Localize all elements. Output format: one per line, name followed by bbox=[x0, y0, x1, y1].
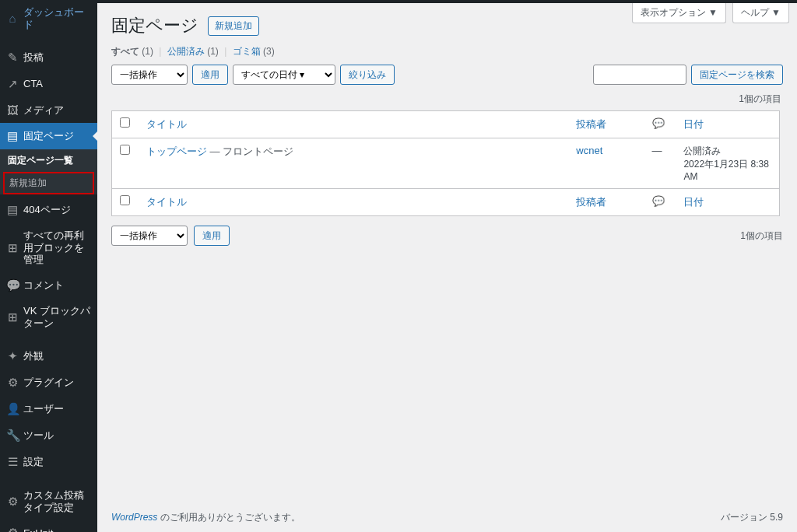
footer-thanks: のご利用ありがとうございます。 bbox=[157, 512, 300, 523]
sidebar-item-plugins[interactable]: ⚙プラグイン bbox=[0, 369, 97, 396]
gear-icon: ⚙ bbox=[6, 526, 19, 532]
filter-published[interactable]: 公開済み bbox=[167, 46, 205, 57]
col-author-header: 投稿者 bbox=[568, 111, 644, 138]
sidebar-item-appearance[interactable]: ✦外観 bbox=[0, 343, 97, 369]
sidebar-item-label: メディア bbox=[23, 104, 91, 117]
row-comments: — bbox=[644, 138, 676, 189]
bulk-apply-button[interactable]: 適用 bbox=[192, 65, 228, 85]
bulk-action-select[interactable]: 一括操作 bbox=[111, 65, 188, 85]
patterns-icon: ⊞ bbox=[6, 310, 19, 324]
sidebar-item-label: ExUnit bbox=[23, 527, 91, 532]
main-content: 表示オプション ▼ ヘルプ ▼ 固定ページ 新規追加 すべて (1) | 公開済… bbox=[97, 3, 797, 532]
user-icon: 👤 bbox=[6, 402, 19, 416]
search-input[interactable] bbox=[593, 65, 686, 85]
sidebar-item-cta[interactable]: ↗CTA bbox=[0, 71, 97, 97]
comments-icon: 💬 bbox=[652, 195, 665, 207]
sidebar-item-label: カスタム投稿タイプ設定 bbox=[23, 489, 91, 513]
sidebar-item-comments[interactable]: 💬コメント bbox=[0, 272, 97, 299]
help-button[interactable]: ヘルプ ▼ bbox=[732, 3, 789, 23]
row-title-link[interactable]: トップページ bbox=[146, 145, 207, 157]
sidebar-item-label: 投稿 bbox=[23, 51, 91, 64]
sidebar-item-cpt-settings[interactable]: ⚙カスタム投稿タイプ設定 bbox=[0, 483, 97, 520]
sidebar-item-label: 404ページ bbox=[23, 204, 91, 216]
add-new-button[interactable]: 新規追加 bbox=[208, 16, 259, 36]
row-checkbox[interactable] bbox=[120, 145, 130, 155]
gear-icon: ⚙ bbox=[6, 495, 19, 509]
row-date: 公開済み2022年1月23日 8:38 AM bbox=[676, 138, 779, 189]
sidebar-item-tools[interactable]: 🔧ツール bbox=[0, 422, 97, 449]
cta-icon: ↗ bbox=[6, 77, 19, 91]
bulk-action-select-bottom[interactable]: 一括操作 bbox=[111, 226, 188, 246]
select-all-top-checkbox[interactable] bbox=[120, 117, 130, 128]
admin-footer: WordPress のご利用ありがとうございます。 バージョン 5.9 bbox=[97, 503, 797, 532]
search-button[interactable]: 固定ページを検索 bbox=[691, 65, 783, 85]
sidebar-item-label: コメント bbox=[23, 279, 91, 292]
col-author-footer: 投稿者 bbox=[568, 189, 644, 216]
settings-icon: ☰ bbox=[6, 455, 19, 469]
display-options-button[interactable]: 表示オプション ▼ bbox=[632, 3, 726, 23]
filter-button[interactable]: 絞り込み bbox=[340, 65, 395, 85]
col-title-footer[interactable]: タイトル bbox=[146, 196, 187, 208]
sidebar-item-label: VK ブロックパターン bbox=[23, 305, 91, 329]
sidebar-item-exunit[interactable]: ⚙ExUnit bbox=[0, 520, 97, 532]
admin-sidebar: ⌂ダッシュボード ✎投稿 ↗CTA 🖼メディア ▤固定ページ 固定ページ一覧 新… bbox=[0, 0, 97, 532]
wordpress-link[interactable]: WordPress bbox=[111, 512, 157, 523]
date-filter-select[interactable]: すべての日付 ▾ bbox=[233, 65, 335, 85]
plugin-icon: ⚙ bbox=[6, 376, 19, 390]
sidebar-item-vk-patterns[interactable]: ⊞VK ブロックパターン bbox=[0, 299, 97, 335]
sidebar-item-label: すべての再利用ブロックを管理 bbox=[23, 229, 91, 266]
sidebar-item-users[interactable]: 👤ユーザー bbox=[0, 396, 97, 422]
sidebar-item-404[interactable]: ▤404ページ bbox=[0, 197, 97, 223]
filter-all-count: (1) bbox=[142, 46, 153, 57]
filter-trash[interactable]: ゴミ箱 bbox=[233, 46, 261, 57]
bulk-apply-button-bottom[interactable]: 適用 bbox=[194, 226, 230, 246]
sidebar-item-media[interactable]: 🖼メディア bbox=[0, 97, 97, 123]
screen-options-bar: 表示オプション ▼ ヘルプ ▼ bbox=[632, 3, 789, 23]
sidebar-item-label: ユーザー bbox=[23, 403, 91, 415]
media-icon: 🖼 bbox=[6, 103, 19, 117]
col-date-header[interactable]: 日付 bbox=[683, 118, 704, 130]
sidebar-item-label: ツール bbox=[23, 429, 91, 442]
blocks-icon: ⊞ bbox=[6, 241, 19, 255]
sidebar-subitem-page-list[interactable]: 固定ページ一覧 bbox=[0, 149, 97, 172]
sidebar-item-label: CTA bbox=[23, 78, 91, 90]
table-row: トップページ — フロントページ wcnet — 公開済み2022年1月23日 … bbox=[112, 138, 780, 189]
sidebar-item-label: プラグイン bbox=[23, 376, 91, 389]
filter-all[interactable]: すべて bbox=[111, 46, 139, 57]
col-date-footer[interactable]: 日付 bbox=[683, 196, 704, 208]
sidebar-subitem-add-new[interactable]: 新規追加 bbox=[3, 172, 94, 194]
tools-icon: 🔧 bbox=[6, 429, 19, 443]
comments-icon: 💬 bbox=[652, 117, 665, 129]
dashboard-icon: ⌂ bbox=[6, 12, 19, 25]
sidebar-item-pages[interactable]: ▤固定ページ bbox=[0, 123, 97, 149]
sidebar-item-label: 固定ページ bbox=[23, 130, 91, 142]
pin-icon: ✎ bbox=[6, 51, 19, 65]
sidebar-item-label: ダッシュボード bbox=[23, 6, 91, 30]
sidebar-item-dashboard[interactable]: ⌂ダッシュボード bbox=[0, 0, 97, 37]
sidebar-item-reusable-blocks[interactable]: ⊞すべての再利用ブロックを管理 bbox=[0, 223, 97, 272]
items-count-top: 1個の項目 bbox=[97, 91, 797, 110]
row-author-link[interactable]: wcnet bbox=[576, 145, 602, 156]
status-filters: すべて (1) | 公開済み (1) | ゴミ箱 (3) bbox=[97, 45, 797, 65]
sidebar-item-settings[interactable]: ☰設定 bbox=[0, 449, 97, 475]
row-title-suffix: — フロントページ bbox=[207, 145, 293, 157]
sidebar-item-label: 外観 bbox=[23, 350, 91, 362]
pages-table: タイトル 投稿者 💬 日付 トップページ — フロントページ wcnet — 公… bbox=[111, 110, 780, 216]
filter-published-count: (1) bbox=[207, 46, 219, 57]
items-count-bottom: 1個の項目 bbox=[740, 229, 783, 243]
sidebar-item-label: 設定 bbox=[23, 456, 91, 468]
comment-icon: 💬 bbox=[6, 278, 19, 292]
appearance-icon: ✦ bbox=[6, 349, 19, 363]
sidebar-item-posts[interactable]: ✎投稿 bbox=[0, 44, 97, 71]
col-title-header[interactable]: タイトル bbox=[146, 118, 187, 130]
sidebar-submenu: 固定ページ一覧 新規追加 bbox=[0, 149, 97, 194]
filter-trash-count: (3) bbox=[263, 46, 275, 57]
version-label: バージョン 5.9 bbox=[721, 511, 783, 524]
page-title: 固定ページ bbox=[111, 14, 198, 37]
page-icon: ▤ bbox=[6, 203, 19, 217]
select-all-bottom-checkbox[interactable] bbox=[120, 195, 130, 205]
page-icon: ▤ bbox=[6, 129, 19, 143]
